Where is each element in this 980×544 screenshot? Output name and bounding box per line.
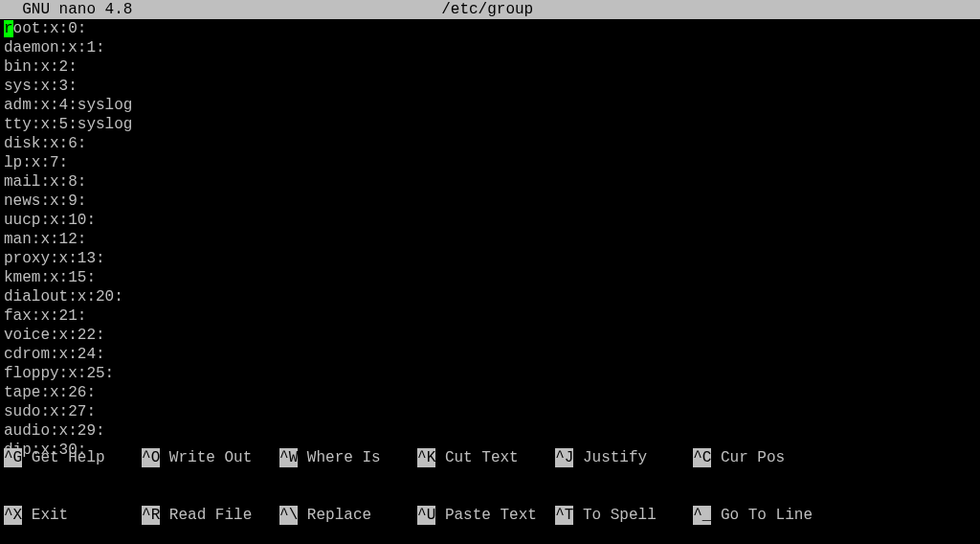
- shortcut-key: ^X: [4, 506, 22, 525]
- shortcut-key: ^J: [555, 448, 573, 467]
- shortcut-label: Cur Pos: [711, 448, 831, 467]
- shortcut-paste-text[interactable]: ^U Paste Text: [417, 506, 555, 525]
- shortcut-label: To Spell: [573, 506, 693, 525]
- file-line[interactable]: floppy:x:25:: [4, 364, 976, 383]
- file-line[interactable]: disk:x:6:: [4, 134, 976, 153]
- shortcut-key: ^O: [142, 448, 160, 467]
- shortcut-key: ^T: [555, 506, 573, 525]
- shortcut-cur-pos[interactable]: ^C Cur Pos: [693, 448, 831, 467]
- file-line[interactable]: dialout:x:20:: [4, 287, 976, 306]
- shortcut-label: Where Is: [298, 448, 417, 467]
- shortcut-write-out[interactable]: ^O Write Out: [142, 448, 279, 467]
- shortcut-label: Paste Text: [435, 506, 555, 525]
- shortcut-label: Write Out: [160, 448, 279, 467]
- file-line[interactable]: sys:x:3:: [4, 77, 976, 96]
- shortcut-label: Read File: [160, 506, 279, 525]
- editor-content[interactable]: root:x:0:daemon:x:1:bin:x:2:sys:x:3:adm:…: [0, 19, 980, 460]
- shortcut-read-file[interactable]: ^R Read File: [142, 506, 279, 525]
- file-line[interactable]: man:x:12:: [4, 230, 976, 249]
- file-name: /etc/group: [0, 0, 976, 19]
- file-line[interactable]: daemon:x:1:: [4, 38, 976, 57]
- file-line[interactable]: root:x:0:: [4, 19, 976, 38]
- shortcut-row-2: ^X Exit ^R Read File ^\ Replace ^U Paste…: [4, 506, 976, 525]
- shortcut-cut-text[interactable]: ^K Cut Text: [417, 448, 555, 467]
- shortcut-label: Go To Line: [711, 506, 831, 525]
- file-line[interactable]: cdrom:x:24:: [4, 345, 976, 364]
- file-line[interactable]: kmem:x:15:: [4, 268, 976, 287]
- shortcut-replace[interactable]: ^\ Replace: [279, 506, 417, 525]
- file-line[interactable]: tape:x:26:: [4, 383, 976, 402]
- shortcut-key: ^_: [693, 506, 711, 525]
- shortcut-go-to-line[interactable]: ^_ Go To Line: [693, 506, 831, 525]
- file-line[interactable]: adm:x:4:syslog: [4, 96, 976, 115]
- file-line[interactable]: uucp:x:10:: [4, 211, 976, 230]
- shortcut-label: Cut Text: [435, 448, 555, 467]
- shortcut-to-spell[interactable]: ^T To Spell: [555, 506, 693, 525]
- shortcut-key: ^R: [142, 506, 160, 525]
- shortcut-label: Replace: [298, 506, 417, 525]
- shortcut-key: ^W: [279, 448, 298, 467]
- shortcut-bar: ^G Get Help ^O Write Out ^W Where Is ^K …: [0, 410, 980, 544]
- shortcut-label: Get Help: [22, 448, 142, 467]
- shortcut-exit[interactable]: ^X Exit: [4, 506, 142, 525]
- file-line[interactable]: voice:x:22:: [4, 326, 976, 345]
- cursor: r: [4, 20, 13, 37]
- shortcut-get-help[interactable]: ^G Get Help: [4, 448, 142, 467]
- shortcut-key: ^C: [693, 448, 711, 467]
- file-line[interactable]: proxy:x:13:: [4, 249, 976, 268]
- file-line[interactable]: news:x:9:: [4, 192, 976, 211]
- shortcut-where-is[interactable]: ^W Where Is: [279, 448, 417, 467]
- shortcut-key: ^\: [279, 506, 298, 525]
- shortcut-key: ^G: [4, 448, 22, 467]
- shortcut-row-1: ^G Get Help ^O Write Out ^W Where Is ^K …: [4, 448, 976, 467]
- shortcut-key: ^U: [417, 506, 435, 525]
- file-line[interactable]: fax:x:21:: [4, 306, 976, 326]
- file-line[interactable]: mail:x:8:: [4, 172, 976, 192]
- file-line[interactable]: tty:x:5:syslog: [4, 115, 976, 134]
- title-bar: GNU nano 4.8 /etc/group: [0, 0, 980, 19]
- shortcut-key: ^K: [417, 448, 435, 467]
- shortcut-label: Justify: [573, 448, 693, 467]
- file-line[interactable]: bin:x:2:: [4, 57, 976, 77]
- shortcut-justify[interactable]: ^J Justify: [555, 448, 693, 467]
- file-line[interactable]: lp:x:7:: [4, 153, 976, 172]
- shortcut-label: Exit: [22, 506, 142, 525]
